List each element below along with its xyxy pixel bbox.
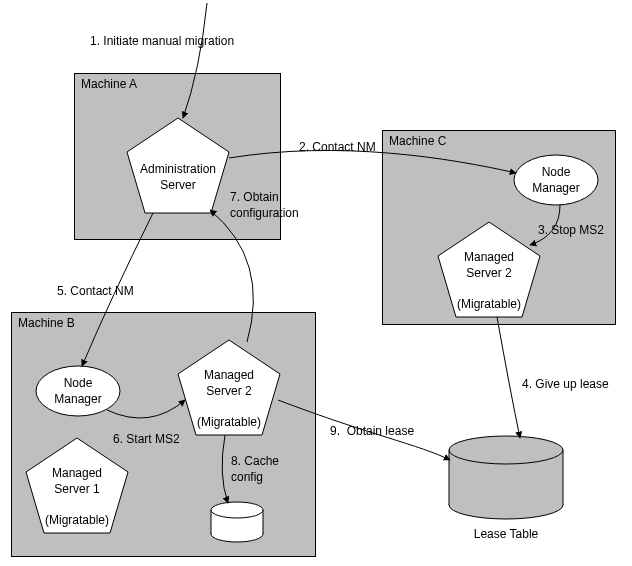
managed-server-1-b-label: Managed Server 1 (Migratable) <box>45 466 109 528</box>
step-5-label: 5. Contact NM <box>57 283 134 299</box>
arrow-step-4 <box>497 317 520 438</box>
arrow-step-1 <box>183 3 207 118</box>
admin-server-label: Administration Server <box>140 162 216 193</box>
arrow-step-8 <box>222 435 228 503</box>
svg-point-9 <box>449 436 563 464</box>
arrow-step-6 <box>107 400 185 418</box>
node-manager-c-label: Node Manager <box>532 165 579 196</box>
lease-table-label: Lease Table <box>474 527 539 543</box>
step-4-label: 4. Give up lease <box>522 376 609 392</box>
diagram-canvas: Machine A Machine B Machine C <box>0 0 632 566</box>
step-8-label: 8. Cache config <box>231 453 279 485</box>
node-manager-b-label: Node Manager <box>54 376 101 407</box>
step-1-label: 1. Initiate manual migration <box>90 33 234 49</box>
step-2-label: 2. Contact NM <box>299 139 376 155</box>
svg-point-4 <box>211 502 263 518</box>
lease-table-shape <box>449 436 563 519</box>
step-3-label: 3. Stop MS2 <box>538 222 604 238</box>
step-7-label: 7. Obtain configuration <box>230 189 299 221</box>
arrow-step-7 <box>210 210 253 342</box>
managed-server-2-c-label: Managed Server 2 (Migratable) <box>457 250 521 312</box>
managed-server-2-b-label: Managed Server 2 (Migratable) <box>197 368 261 430</box>
step-9-label: 9. Obtain lease <box>330 423 414 439</box>
step-6-label: 6. Start MS2 <box>113 431 180 447</box>
cache-cylinder-shape <box>211 502 263 542</box>
